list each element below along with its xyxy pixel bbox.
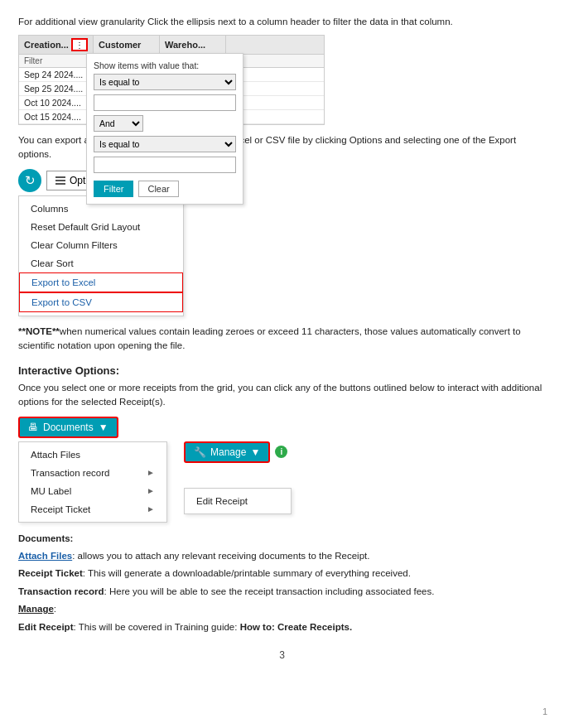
- colon: :: [54, 604, 56, 614]
- transaction-text: : Here you will be able to see the recei…: [104, 586, 435, 596]
- manage-item-edit[interactable]: Edit Receipt: [185, 492, 291, 510]
- transaction-record-label: Transaction record: [31, 468, 109, 478]
- receipt-ticket-doc-label: Receipt Ticket: [18, 568, 83, 578]
- filter-and-select[interactable]: And: [94, 115, 143, 132]
- warehouse-label: Wareho...: [165, 40, 205, 50]
- filter-value-input-1[interactable]: [94, 94, 236, 111]
- options-item-clear-filters[interactable]: Clear Column Filters: [19, 236, 183, 254]
- lines-icon: [55, 176, 65, 185]
- edit-receipt-text: : This will be covered in Training guide…: [73, 622, 352, 632]
- refresh-icon: ↻: [25, 173, 36, 188]
- options-item-reset-layout[interactable]: Reset Default Grid Layout: [19, 218, 183, 236]
- transaction-doc-label: Transaction record: [18, 586, 104, 596]
- bottom-section: Documents: Attach Files: allows you to a…: [18, 531, 546, 634]
- chevron-down-icon: ▼: [250, 446, 260, 458]
- edit-receipt-label: Edit Receipt: [18, 622, 73, 632]
- docs-item-mu-label[interactable]: MU Label ►: [19, 482, 166, 500]
- wrench-icon: 🔧: [194, 446, 206, 458]
- filter-clear-button[interactable]: Clear: [138, 181, 178, 197]
- interactive-section: Interactive Options: Once you select one…: [18, 364, 546, 523]
- interactive-heading: Interactive Options:: [18, 364, 546, 377]
- chevron-down-icon: ▼: [99, 422, 108, 433]
- manage-col: 🔧 Manage ▼ i Edit Receipt: [184, 417, 292, 514]
- attach-files-label: Attach Files: [31, 450, 80, 460]
- manage-doc-heading: Manage: [18, 604, 54, 614]
- filter-condition-select-2[interactable]: Is equal to: [94, 136, 236, 152]
- refresh-button[interactable]: ↻: [18, 169, 41, 192]
- grid-header-warehouse[interactable]: Wareho...: [160, 36, 226, 54]
- attach-files-link: Attach Files: [18, 551, 72, 561]
- customer-label: Customer: [99, 40, 141, 50]
- cell-creation-3: Oct 10 2024....: [19, 96, 94, 109]
- filter-apply-button[interactable]: Filter: [94, 181, 133, 197]
- interactive-toolbar: 🖶 Documents ▼ Attach Files Transaction r…: [18, 417, 546, 523]
- arrow-icon: ►: [147, 468, 155, 477]
- cell-creation-4: Oct 15 2024....: [19, 110, 94, 123]
- documents-button[interactable]: 🖶 Documents ▼: [18, 417, 118, 438]
- grid-header-creation[interactable]: Creation... ⋮: [19, 36, 94, 54]
- options-item-export-csv[interactable]: Export to CSV: [19, 292, 183, 312]
- attach-text: : allows you to attach any relevant rece…: [72, 551, 369, 561]
- docs-item-transaction[interactable]: Transaction record ►: [19, 464, 166, 482]
- ellipsis-filter-btn[interactable]: ⋮: [71, 38, 88, 51]
- manage-dropdown: Edit Receipt: [184, 488, 292, 514]
- receipt-text: : This will generate a downloadable/prin…: [83, 568, 411, 578]
- filter-value-input-2[interactable]: [94, 157, 236, 173]
- manage-label: Manage: [210, 446, 246, 458]
- receipt-ticket-label: Receipt Ticket: [31, 504, 90, 514]
- interactive-description: Once you select one or more receipts fro…: [18, 381, 546, 410]
- manage-info-icon: i: [275, 446, 287, 458]
- filter-dropdown: Show items with value that: Is equal to …: [86, 53, 243, 205]
- note-body: when numerical values contain leading ze…: [18, 326, 521, 350]
- creation-label: Creation...: [24, 40, 69, 50]
- arrow-icon: ►: [147, 504, 155, 513]
- page-corner: 1: [542, 706, 547, 716]
- options-item-clear-sort[interactable]: Clear Sort: [19, 254, 183, 272]
- note-text: **NOTE**when numerical values contain le…: [18, 325, 546, 354]
- filter-condition-select-1[interactable]: Is equal to: [94, 74, 236, 90]
- page-number: 3: [18, 649, 546, 661]
- documents-label: Documents: [43, 422, 94, 433]
- filter-show-label: Show items with value that:: [94, 60, 236, 70]
- docs-item-attach[interactable]: Attach Files: [19, 446, 166, 464]
- mu-label-text: MU Label: [31, 486, 71, 496]
- options-item-export-excel[interactable]: Export to Excel: [19, 272, 183, 292]
- note-bold: **NOTE**: [18, 326, 60, 336]
- cell-creation-1: Sep 24 2024....: [19, 68, 94, 81]
- grid-header-row: Creation... ⋮ Customer Wareho...: [19, 36, 324, 55]
- docs-item-receipt-ticket[interactable]: Receipt Ticket ►: [19, 500, 166, 518]
- documents-dropdown: Attach Files Transaction record ► MU Lab…: [18, 441, 167, 523]
- manage-button[interactable]: 🔧 Manage ▼: [184, 441, 270, 463]
- filter-row-label: Filter: [19, 55, 94, 67]
- intro-text: For additional view granularity Click th…: [18, 15, 546, 28]
- arrow-icon: ►: [147, 486, 155, 495]
- cell-creation-2: Sep 25 2024....: [19, 82, 94, 95]
- printer-icon: 🖶: [28, 422, 38, 433]
- grid-header-customer[interactable]: Customer: [94, 36, 160, 54]
- options-dropdown: Columns Reset Default Grid Layout Clear …: [18, 195, 184, 316]
- documents-col: 🖶 Documents ▼ Attach Files Transaction r…: [18, 417, 167, 523]
- docs-heading: Documents:: [18, 533, 73, 543]
